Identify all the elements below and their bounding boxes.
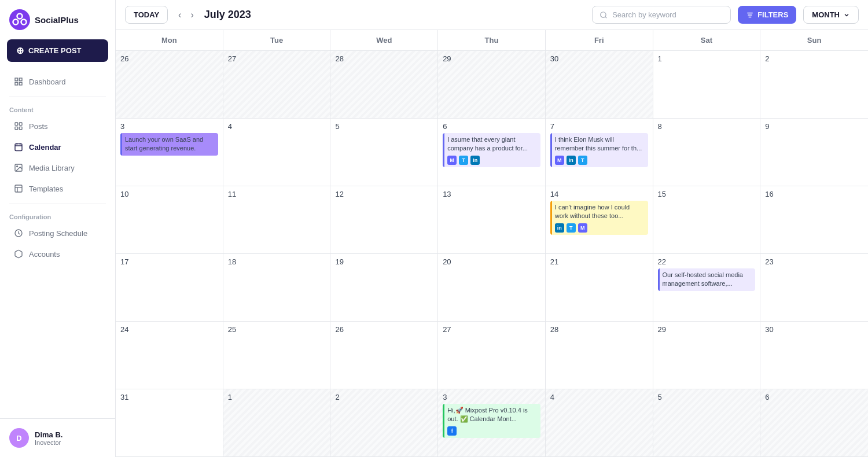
calendar-day[interactable]: 4 [546, 389, 653, 457]
calendar-day[interactable]: 27 [223, 51, 331, 119]
sidebar: SocialPlus ⊕ CREATE POST Dashboard Conte… [0, 0, 116, 457]
template-icon [14, 184, 23, 193]
search-box: Search by keyword [592, 6, 731, 24]
calendar-day[interactable]: 24 [116, 322, 223, 389]
prev-month-button[interactable]: ‹ [175, 8, 185, 23]
grid-icon [14, 77, 23, 86]
event-card[interactable]: I think Elon Musk will remember this sum… [550, 133, 648, 167]
linkedin-icon: in [555, 223, 564, 233]
filters-button[interactable]: FILTERS [738, 6, 796, 24]
day-number: 5 [658, 393, 756, 401]
calendar-day[interactable]: 28 [330, 51, 438, 119]
day-number: 27 [443, 325, 540, 334]
calendar-day[interactable]: 6 [760, 389, 868, 457]
linkedin-icon: in [470, 156, 480, 165]
calendar-day[interactable]: 6I asume that every giant company has a … [438, 119, 546, 186]
calendar-day[interactable]: 29 [653, 322, 761, 389]
calendar-day[interactable]: 16 [760, 186, 868, 254]
facebook-icon: f [447, 426, 457, 436]
chevron-down-icon [843, 12, 850, 19]
calendar-day[interactable]: 3Launch your own SaaS and start generati… [116, 119, 223, 186]
calendar-day[interactable]: 14I can't imagine how I could work witho… [546, 186, 653, 254]
calendar-day[interactable]: 17 [116, 254, 223, 322]
posts-icon [14, 121, 23, 131]
create-post-button[interactable]: ⊕ CREATE POST [7, 39, 108, 62]
sidebar-item-media-library[interactable]: Media Library [5, 158, 111, 178]
day-number: 25 [228, 325, 326, 334]
calendar-day[interactable]: 13 [438, 186, 546, 254]
day-header-mon: Mon [116, 30, 223, 50]
linkedin-icon: in [567, 156, 576, 165]
calendar-day[interactable]: 3Hi,🚀 Mixpost Pro v0.10.4 is out. ✅ Cale… [438, 389, 546, 457]
calendar-day[interactable]: 4 [223, 119, 331, 186]
event-card[interactable]: I can't imagine how I could work without… [550, 201, 648, 235]
user-name: Dima B. [35, 430, 62, 439]
calendar-day[interactable]: 23 [760, 254, 868, 322]
logo-area: SocialPlus [0, 0, 115, 39]
day-number: 2 [765, 54, 863, 63]
event-bar [443, 404, 444, 438]
calendar-day[interactable]: 21 [546, 254, 653, 322]
svg-point-22 [601, 12, 606, 17]
event-card[interactable]: Our self-hosted social media management … [658, 268, 756, 291]
calendar-day[interactable]: 12 [330, 186, 438, 254]
calendar-day[interactable]: 10 [116, 186, 223, 254]
sidebar-item-dashboard[interactable]: Dashboard [5, 72, 111, 91]
calendar-day[interactable]: 2 [330, 389, 438, 457]
event-card[interactable]: Hi,🚀 Mixpost Pro v0.10.4 is out. ✅ Calen… [443, 404, 540, 438]
calendar-day[interactable]: 18 [223, 254, 331, 322]
calendar-day[interactable]: 29 [438, 51, 546, 119]
day-number: 3 [120, 122, 218, 131]
calendar-day[interactable]: 1 [653, 51, 761, 119]
sidebar-item-calendar[interactable]: Calendar [5, 137, 111, 157]
event-icons: MinT [555, 156, 645, 165]
calendar-day[interactable]: 30 [546, 51, 653, 119]
event-card[interactable]: I asume that every giant company has a p… [443, 133, 540, 167]
day-header-wed: Wed [330, 30, 438, 50]
search-placeholder[interactable]: Search by keyword [612, 10, 676, 19]
calendar-day[interactable]: 1 [223, 389, 331, 457]
event-icons: inTM [555, 223, 645, 233]
next-month-button[interactable]: › [187, 8, 197, 23]
calendar-day[interactable]: 7I think Elon Musk will remember this su… [546, 119, 653, 186]
calendar-day[interactable]: 9 [760, 119, 868, 186]
calendar-day[interactable]: 5 [653, 389, 761, 457]
sidebar-item-templates[interactable]: Templates [5, 179, 111, 198]
calendar-day[interactable]: 26 [116, 51, 223, 119]
today-button[interactable]: TODAY [125, 6, 168, 24]
day-number: 24 [120, 325, 218, 334]
day-number: 5 [335, 122, 433, 131]
search-icon [599, 11, 608, 19]
calendar-day[interactable]: 31 [116, 389, 223, 457]
event-card[interactable]: Launch your own SaaS and start generatin… [120, 133, 218, 156]
calendar-day[interactable]: 20 [438, 254, 546, 322]
day-number: 2 [335, 393, 433, 401]
day-number: 14 [550, 190, 648, 198]
calendar-label: Calendar [29, 143, 61, 152]
calendar-day[interactable]: 5 [330, 119, 438, 186]
day-number: 27 [228, 54, 326, 63]
view-selector-button[interactable]: MONTH [803, 6, 859, 24]
calendar-day[interactable]: 15 [653, 186, 761, 254]
main-content: TODAY ‹ › July 2023 Search by keyword FI… [116, 0, 868, 457]
calendar-day[interactable]: 22Our self-hosted social media managemen… [653, 254, 761, 322]
sidebar-item-accounts[interactable]: Accounts [5, 244, 111, 264]
calendar-day[interactable]: 30 [760, 322, 868, 389]
calendar-day[interactable]: 2 [760, 51, 868, 119]
avatar-initials: D [16, 434, 21, 443]
calendar-day[interactable]: 8 [653, 119, 761, 186]
calendar-day[interactable]: 26 [330, 322, 438, 389]
sidebar-item-posts[interactable]: Posts [5, 116, 111, 136]
mastodon-icon: M [447, 156, 457, 165]
calendar-day[interactable]: 19 [330, 254, 438, 322]
calendar-day[interactable]: 11 [223, 186, 331, 254]
event-text: I think Elon Musk will remember this sum… [555, 135, 645, 153]
calendar-day[interactable]: 28 [546, 322, 653, 389]
config-section-label: Configuration [0, 209, 115, 223]
calendar-day[interactable]: 25 [223, 322, 331, 389]
calendar-day[interactable]: 27 [438, 322, 546, 389]
topbar: TODAY ‹ › July 2023 Search by keyword FI… [116, 0, 868, 30]
event-text: I can't imagine how I could work without… [555, 203, 645, 221]
sidebar-item-posting-schedule[interactable]: Posting Schedule [5, 223, 111, 243]
calendar: MonTueWedThuFriSatSun 2627282930123Launc… [116, 30, 868, 457]
